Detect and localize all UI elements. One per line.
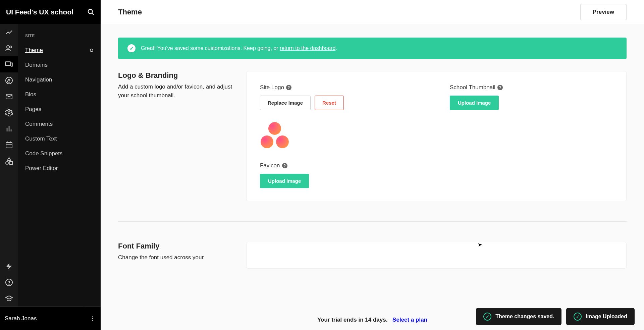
field-label: School Thumbnail xyxy=(450,84,495,91)
logo-preview xyxy=(260,122,289,149)
analytics-icon[interactable] xyxy=(0,24,18,40)
sidebar: SITE Theme Domains Navigation Bios Pages… xyxy=(18,0,101,330)
svg-rect-4 xyxy=(5,62,10,65)
main-area: Theme Preview ✓ Great! You've saved some… xyxy=(101,0,644,330)
svg-point-0 xyxy=(88,9,93,14)
success-alert: ✓ Great! You've saved some customization… xyxy=(118,38,627,59)
check-icon: ✓ xyxy=(574,313,582,321)
users-icon[interactable] xyxy=(0,40,18,56)
search-icon[interactable] xyxy=(87,8,95,16)
devices-icon[interactable] xyxy=(0,56,18,72)
main-header: Theme Preview xyxy=(101,0,644,24)
svg-point-17 xyxy=(6,162,8,164)
sidebar-item-theme[interactable]: Theme xyxy=(18,43,101,58)
svg-marker-16 xyxy=(7,158,11,160)
svg-rect-5 xyxy=(11,63,12,66)
reports-icon[interactable] xyxy=(0,121,18,137)
svg-point-8 xyxy=(8,112,10,114)
sidebar-item-comments[interactable]: Comments xyxy=(18,117,101,131)
sidebar-item-label: Domains xyxy=(25,62,48,68)
logo-shape xyxy=(268,122,281,135)
email-icon[interactable] xyxy=(0,89,18,105)
logo-shape xyxy=(261,135,273,148)
toast-theme-saved: ✓ Theme changes saved. xyxy=(476,308,561,325)
branding-card: Site Logo ? Replace Image Reset xyxy=(246,71,627,201)
svg-point-24 xyxy=(92,320,93,321)
field-label: Site Logo xyxy=(260,84,284,91)
svg-rect-18 xyxy=(10,162,12,164)
reset-button[interactable]: Reset xyxy=(315,96,344,110)
svg-point-2 xyxy=(7,46,9,48)
sidebar-item-label: Power Editor xyxy=(25,165,58,172)
sidebar-item-code-snippets[interactable]: Code Snippets xyxy=(18,146,101,161)
sidebar-item-navigation[interactable]: Navigation xyxy=(18,72,101,87)
svg-marker-19 xyxy=(6,263,12,269)
sidebar-item-label: Pages xyxy=(25,106,41,113)
replace-image-button[interactable]: Replace Image xyxy=(260,96,311,110)
section-title: Font Family xyxy=(118,242,235,251)
indicator-icon xyxy=(90,49,93,52)
help-icon[interactable] xyxy=(0,274,18,290)
school-thumbnail-field: School Thumbnail ? Upload Image xyxy=(450,84,613,149)
section-title: Logo & Branding xyxy=(118,71,235,80)
upload-image-button[interactable]: Upload Image xyxy=(450,96,499,110)
shapes-icon[interactable] xyxy=(0,153,18,169)
sidebar-item-power-editor[interactable]: Power Editor xyxy=(18,161,101,176)
toast-image-uploaded: ✓ Image Uploaded xyxy=(566,308,635,325)
svg-point-23 xyxy=(92,318,93,319)
field-label: Favicon xyxy=(260,162,280,169)
alert-link[interactable]: return to the dashboard xyxy=(280,45,335,51)
sidebar-item-label: Navigation xyxy=(25,76,52,83)
site-logo-field: Site Logo ? Replace Image Reset xyxy=(260,84,423,149)
sidebar-item-label: Bios xyxy=(25,91,36,98)
logo-shape xyxy=(276,135,289,148)
toast-text: Image Uploaded xyxy=(586,314,627,320)
select-plan-link[interactable]: Select a plan xyxy=(392,317,427,323)
svg-line-1 xyxy=(92,13,94,15)
help-icon[interactable]: ? xyxy=(286,85,291,90)
toast-text: Theme changes saved. xyxy=(495,314,554,320)
svg-rect-12 xyxy=(6,143,12,148)
bolt-icon[interactable] xyxy=(0,258,18,274)
check-icon: ✓ xyxy=(127,44,136,52)
help-icon[interactable]: ? xyxy=(282,163,287,168)
svg-point-3 xyxy=(10,46,12,48)
section-description: Change the font used across your xyxy=(118,253,235,262)
settings-icon[interactable] xyxy=(0,105,18,121)
page-title: Theme xyxy=(118,8,580,16)
user-name[interactable]: Sarah Jonas xyxy=(0,315,84,322)
sidebar-item-pages[interactable]: Pages xyxy=(18,102,101,117)
divider xyxy=(118,221,627,222)
side-group-label: SITE xyxy=(18,34,101,43)
brand-title: UI Feed's UX school xyxy=(6,8,87,16)
svg-point-21 xyxy=(9,284,9,285)
sidebar-item-label: Custom Text xyxy=(25,135,57,142)
section-description: Add a custom logo and/or favicon, and ad… xyxy=(118,82,235,100)
education-icon[interactable] xyxy=(0,290,18,307)
font-card xyxy=(246,242,627,269)
sidebar-item-custom-text[interactable]: Custom Text xyxy=(18,131,101,146)
more-options-icon[interactable] xyxy=(84,307,101,330)
sidebar-item-label: Theme xyxy=(25,47,43,54)
billing-icon[interactable] xyxy=(0,72,18,89)
sidebar-item-domains[interactable]: Domains xyxy=(18,58,101,72)
sidebar-item-label: Code Snippets xyxy=(25,150,63,157)
calendar-icon[interactable] xyxy=(0,137,18,153)
alert-suffix: . xyxy=(335,45,337,51)
sidebar-item-bios[interactable]: Bios xyxy=(18,87,101,102)
preview-button[interactable]: Preview xyxy=(580,4,627,20)
check-icon: ✓ xyxy=(483,313,491,321)
svg-point-22 xyxy=(92,316,93,317)
help-icon[interactable]: ? xyxy=(497,85,503,90)
upload-favicon-button[interactable]: Upload Image xyxy=(260,174,309,188)
sidebar-item-label: Comments xyxy=(25,121,53,127)
favicon-field: Favicon ? Upload Image xyxy=(260,162,423,188)
icon-rail xyxy=(0,0,18,330)
alert-text: Great! You've saved some customizations.… xyxy=(141,45,280,51)
